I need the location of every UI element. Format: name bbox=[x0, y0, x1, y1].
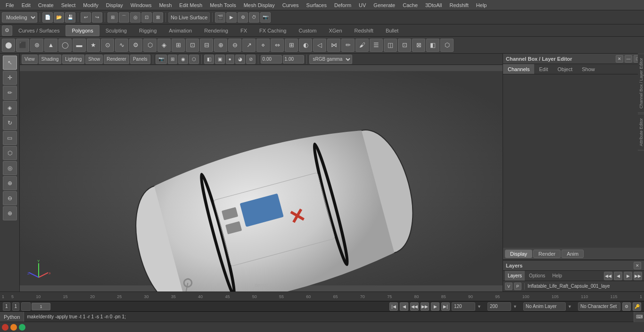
snap-curve-button[interactable]: ⌒ bbox=[119, 12, 129, 23]
anim-play-back-btn[interactable]: ◀◀ bbox=[410, 302, 419, 311]
shelf-wireframe-icon[interactable]: ⬡ bbox=[440, 39, 454, 52]
menu-surfaces[interactable]: Surfaces bbox=[303, 1, 330, 9]
select-tool[interactable]: ↖ bbox=[3, 56, 17, 70]
rotate-tool[interactable]: ↻ bbox=[3, 116, 17, 130]
shelf-separate-icon[interactable]: ⊖ bbox=[228, 39, 241, 52]
shelf-lattice-icon[interactable]: ⊡ bbox=[398, 39, 411, 52]
menu-windows[interactable]: Windows bbox=[127, 1, 156, 9]
layer-prev-btn[interactable]: ◀◀ bbox=[604, 272, 612, 280]
color-space-dropdown[interactable]: sRGB gamma bbox=[309, 55, 352, 64]
vp-xray-btn[interactable]: ◧ bbox=[204, 55, 214, 64]
tab-anim[interactable]: Anim bbox=[561, 250, 584, 258]
shelf-torus-icon[interactable]: ◯ bbox=[58, 39, 72, 52]
shelf-sculpt-icon[interactable]: ✏ bbox=[341, 39, 355, 52]
shelf-deform-icon[interactable]: ◫ bbox=[384, 39, 397, 52]
frame-number-center[interactable]: 1 bbox=[12, 302, 20, 311]
menu-cache[interactable]: Cache bbox=[399, 1, 421, 9]
shelf-fill-icon[interactable]: ⊟ bbox=[200, 39, 213, 52]
shelf-boolean-icon[interactable]: ⋄ bbox=[256, 39, 270, 52]
tab-custom[interactable]: Custom bbox=[293, 25, 323, 36]
menu-file[interactable]: File bbox=[2, 1, 18, 9]
tab-polygons[interactable]: Polygons bbox=[66, 25, 99, 36]
anim-key-btn[interactable]: 🔑 bbox=[633, 302, 641, 311]
channel-box-side-tab[interactable]: Channel Box / Layer Editor bbox=[638, 54, 644, 113]
tab-channels[interactable]: Channels bbox=[503, 64, 534, 74]
marquee-tool[interactable]: ▭ bbox=[3, 131, 17, 145]
anim-settings-btn[interactable]: ⚙ bbox=[622, 302, 631, 311]
vp-camera-btn[interactable]: 📷 bbox=[156, 55, 167, 64]
layer-fwd-btn[interactable]: ▶ bbox=[624, 272, 632, 280]
ipr-button[interactable]: ▶ bbox=[226, 12, 237, 23]
minus-y-tool[interactable]: ⊖ bbox=[3, 191, 17, 205]
layer-next-btn[interactable]: ▶▶ bbox=[634, 272, 642, 280]
shelf-gear-icon[interactable]: ⚙ bbox=[129, 39, 142, 52]
plus-x-tool[interactable]: ⊕ bbox=[3, 206, 17, 220]
shelf-combine-icon[interactable]: ⊕ bbox=[214, 39, 227, 52]
vp-renderer-menu[interactable]: Renderer bbox=[104, 55, 129, 64]
attribute-editor-side-tab[interactable]: Attribute Editor bbox=[638, 114, 644, 151]
menu-help[interactable]: Help bbox=[472, 1, 491, 9]
vp-grid-btn[interactable]: ⊞ bbox=[168, 55, 177, 64]
shelf-mirror-icon[interactable]: ⇔ bbox=[271, 39, 284, 52]
vp-texture-btn[interactable]: ▣ bbox=[215, 55, 225, 64]
layers-tab-options[interactable]: Options bbox=[526, 271, 548, 281]
shelf-xray-icon[interactable]: ◧ bbox=[426, 39, 439, 52]
layers-tab-layers[interactable]: Layers bbox=[505, 271, 525, 281]
menu-curves[interactable]: Curves bbox=[279, 1, 303, 9]
snap-live-button[interactable]: ⊠ bbox=[153, 12, 163, 23]
lasso-tool[interactable]: ⬡ bbox=[3, 146, 17, 160]
menu-edit-mesh[interactable]: Edit Mesh bbox=[175, 1, 206, 9]
shelf-connect-icon[interactable]: ⊡ bbox=[186, 39, 199, 52]
window-minimize-btn[interactable] bbox=[10, 324, 17, 331]
open-file-button[interactable]: 📂 bbox=[54, 12, 64, 23]
shelf-sphere-icon[interactable]: ⬤ bbox=[2, 39, 15, 52]
vp-show-menu[interactable]: Show bbox=[85, 55, 103, 64]
tab-display[interactable]: Display bbox=[505, 250, 532, 258]
shelf-special-icon[interactable]: ★ bbox=[87, 39, 100, 52]
soft-select-tool[interactable]: ◎ bbox=[3, 161, 17, 175]
shelf-cube-icon[interactable]: ⬛ bbox=[16, 39, 29, 52]
vp-wireframe-btn[interactable]: ⬡ bbox=[189, 55, 199, 64]
shelf-cylinder-icon[interactable]: ⊛ bbox=[30, 39, 43, 52]
tab-sculpting[interactable]: Sculpting bbox=[99, 25, 133, 36]
layer-visibility-btn[interactable]: V bbox=[505, 283, 512, 290]
layers-close-btn[interactable]: ✕ bbox=[634, 262, 641, 269]
channel-box-min-btn[interactable]: — bbox=[625, 55, 632, 63]
shelf-extrude-icon[interactable]: ⬡ bbox=[143, 39, 157, 52]
tab-edit[interactable]: Edit bbox=[534, 64, 553, 74]
tab-show[interactable]: Show bbox=[577, 64, 600, 74]
vp-ao-btn[interactable]: ◕ bbox=[235, 55, 245, 64]
move-tool[interactable]: ✛ bbox=[3, 71, 17, 85]
tab-rendering[interactable]: Rendering bbox=[198, 25, 234, 36]
frame-number-left[interactable]: 1 bbox=[3, 302, 10, 311]
tab-render[interactable]: Render bbox=[533, 250, 561, 258]
tab-object[interactable]: Object bbox=[553, 64, 577, 74]
save-file-button[interactable]: 💾 bbox=[65, 12, 75, 23]
menu-mesh-display[interactable]: Mesh Display bbox=[240, 1, 279, 9]
shelf-extract-icon[interactable]: ↗ bbox=[242, 39, 256, 52]
snap-view-button[interactable]: ⊡ bbox=[141, 12, 152, 23]
camera-button[interactable]: 📷 bbox=[260, 12, 271, 23]
redo-button[interactable]: ↪ bbox=[92, 12, 102, 23]
anim-step-fwd-btn[interactable]: ▶ bbox=[431, 302, 439, 311]
menu-display[interactable]: Display bbox=[102, 1, 127, 9]
shelf-paint-icon[interactable]: 🖌 bbox=[355, 39, 369, 52]
shelf-reduce-icon[interactable]: ◁ bbox=[313, 39, 326, 52]
zoom-input[interactable] bbox=[283, 55, 304, 64]
tab-bullet[interactable]: Bullet bbox=[380, 25, 405, 36]
max-frame-input[interactable] bbox=[487, 302, 511, 311]
window-maximize-btn[interactable] bbox=[19, 324, 25, 331]
tab-redshift[interactable]: Redshift bbox=[348, 25, 380, 36]
render-settings-button[interactable]: ⚙ bbox=[238, 12, 248, 23]
vp-shading-menu[interactable]: Shading bbox=[39, 55, 62, 64]
frame-slider-left[interactable] bbox=[21, 302, 31, 311]
undo-button[interactable]: ↩ bbox=[81, 12, 91, 23]
framerate-button[interactable]: ⏱ bbox=[249, 12, 259, 23]
tab-fx[interactable]: FX bbox=[234, 25, 253, 36]
menu-select[interactable]: Select bbox=[58, 1, 80, 9]
shelf-multi-icon[interactable]: ☰ bbox=[370, 39, 383, 52]
vp-view-menu[interactable]: View bbox=[22, 55, 38, 64]
channel-box-close-btn[interactable]: ✕ bbox=[616, 55, 623, 63]
shelf-bridge-icon[interactable]: ⊞ bbox=[172, 39, 185, 52]
layers-tab-help[interactable]: Help bbox=[549, 271, 565, 281]
